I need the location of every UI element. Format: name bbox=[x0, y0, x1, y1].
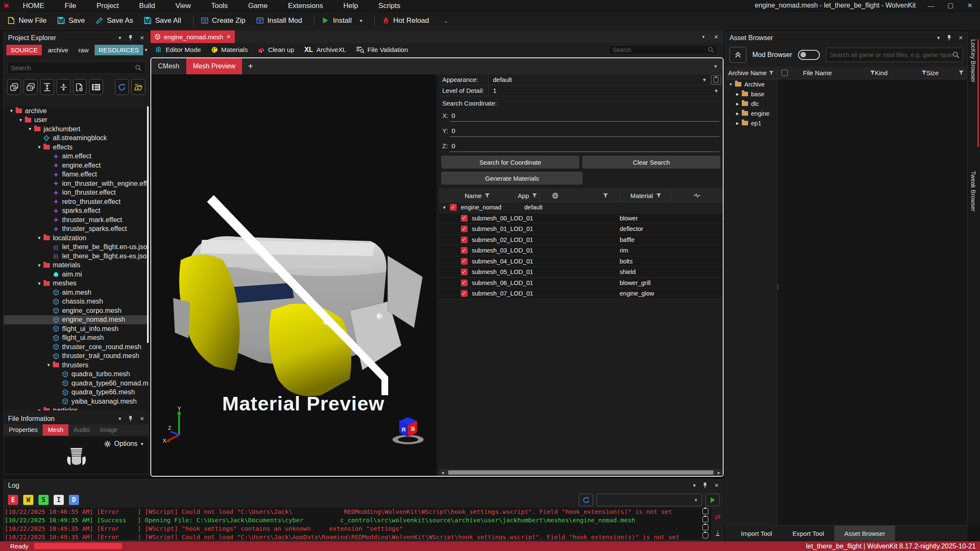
project-explorer-search[interactable] bbox=[7, 61, 145, 74]
coordinate-z-field[interactable]: Z:0 bbox=[439, 138, 723, 153]
minimize-button[interactable]: — bbox=[927, 2, 935, 9]
tree-item-thrusters[interactable]: ▼thrusters bbox=[4, 361, 149, 370]
checkbox-checked[interactable] bbox=[461, 225, 468, 232]
close-window-button[interactable]: ✕ bbox=[966, 2, 974, 9]
file-info-tab-image[interactable]: Image bbox=[95, 424, 122, 436]
expander-icon[interactable]: ▶ bbox=[734, 111, 741, 116]
copy-log-entry-icon[interactable] bbox=[702, 508, 708, 514]
search-input[interactable] bbox=[11, 64, 135, 71]
filter-icon[interactable] bbox=[870, 71, 875, 75]
panel-menu-icon[interactable]: ▾ bbox=[937, 35, 940, 41]
open-folder-button[interactable] bbox=[131, 79, 145, 95]
material-row-submesh_00_LOD_01[interactable]: submesh_00_LOD_01blower bbox=[439, 213, 723, 224]
asset-browser-search[interactable] bbox=[826, 48, 963, 62]
name-column-header[interactable]: Name bbox=[465, 192, 482, 199]
mesh-tab-cmesh[interactable]: CMesh bbox=[151, 58, 186, 74]
rotation-cube-gizmo[interactable]: R B bbox=[390, 415, 426, 445]
pin-icon[interactable] bbox=[128, 415, 133, 422]
file-info-tab-properties[interactable]: Properties bbox=[4, 424, 43, 436]
file-name-column-header[interactable]: File Name bbox=[803, 69, 832, 76]
archive-tree-item-engine[interactable]: ▶engine bbox=[726, 109, 777, 118]
tree-item-retro_thruster-effect[interactable]: retro_thruster.effect bbox=[4, 197, 149, 206]
chevron-down-icon[interactable]: ▾ bbox=[360, 18, 362, 24]
log-filter-e-badge[interactable]: E bbox=[8, 495, 18, 505]
tab-tweak-browser[interactable]: Tweak Browser bbox=[970, 171, 977, 255]
source-tab-archive[interactable]: archive bbox=[44, 45, 72, 55]
shader-column-icon[interactable] bbox=[694, 193, 700, 198]
checkbox-checked[interactable] bbox=[461, 290, 468, 297]
chevron-down-icon[interactable]: ▾ bbox=[714, 63, 717, 69]
filter-icon[interactable] bbox=[959, 71, 964, 75]
tree-item-aim-mi[interactable]: aim.mi bbox=[4, 270, 149, 279]
expander-icon[interactable]: ▼ bbox=[8, 109, 15, 113]
tree-item-chassis-mesh[interactable]: chassis.mesh bbox=[4, 297, 149, 307]
archive-tree-item-Archive[interactable]: ▼Archive bbox=[726, 79, 777, 89]
tool-tab-asset-browser[interactable]: Asset Browser bbox=[834, 526, 896, 541]
tree-item-thruster_sparks-effect[interactable]: thruster_sparks.effect bbox=[4, 225, 149, 234]
coordinate-y-field[interactable]: Y:0 bbox=[439, 123, 723, 138]
close-tab-icon[interactable]: ✕ bbox=[226, 34, 231, 40]
checkbox-checked[interactable] bbox=[461, 215, 468, 222]
expander-icon[interactable]: ▼ bbox=[36, 236, 43, 240]
horizontal-scrollbar[interactable]: ◄ ► bbox=[439, 469, 723, 476]
tree-item-thruster_core_round-mesh[interactable]: thruster_core_round.mesh bbox=[4, 342, 149, 352]
mod-browser-toggle[interactable] bbox=[798, 50, 820, 60]
menu-help[interactable]: Help bbox=[333, 0, 368, 11]
tree-item-sparks-effect[interactable]: sparks.effect bbox=[4, 206, 149, 216]
tree-item-engine_nomad-mesh[interactable]: engine_nomad.mesh bbox=[4, 315, 149, 325]
material-row-submesh_04_LOD_01[interactable]: submesh_04_LOD_01bolts bbox=[439, 256, 723, 267]
toolbar-install[interactable]: Install▾ bbox=[322, 16, 362, 25]
select-all-checkbox[interactable] bbox=[781, 70, 788, 76]
filter-icon[interactable] bbox=[532, 193, 537, 198]
globe-icon[interactable] bbox=[552, 193, 558, 199]
chevron-down-icon[interactable]: ▾ bbox=[145, 47, 147, 53]
tab-list-chevron-icon[interactable]: ▾ bbox=[702, 34, 705, 40]
tree-item-particles[interactable]: ▼particles bbox=[4, 406, 149, 411]
toolbar-install-mod[interactable]: Install Mod bbox=[256, 16, 302, 25]
kind-column-header[interactable]: Kind bbox=[875, 69, 887, 76]
checkbox-checked[interactable] bbox=[461, 280, 468, 286]
checkbox-checked[interactable] bbox=[461, 247, 468, 254]
refresh-button[interactable] bbox=[115, 79, 129, 95]
toolbar-hot-reload[interactable]: Hot Reload bbox=[382, 16, 429, 25]
menu-project[interactable]: Project bbox=[86, 0, 129, 11]
archive-tree-item-base[interactable]: ▶base bbox=[726, 89, 777, 99]
search-for-coordinate-button[interactable]: Search for Coordinate bbox=[441, 156, 579, 168]
expander-icon[interactable]: ▶ bbox=[734, 102, 741, 106]
appearance-select[interactable]: default ▼ bbox=[489, 76, 711, 83]
expander-icon[interactable]: ▼ bbox=[439, 205, 450, 210]
panel-menu-icon[interactable]: ▾ bbox=[693, 482, 696, 489]
menu-home[interactable]: HOME bbox=[13, 0, 54, 11]
toolbar-save[interactable]: Save bbox=[57, 16, 85, 25]
tree-item-quadra_type66-mesh[interactable]: quadra_type66.mesh bbox=[4, 388, 149, 397]
toolbar-new-file[interactable]: New File bbox=[8, 16, 46, 25]
tree-item-ion_thruster-effect[interactable]: ion_thruster.effect bbox=[4, 188, 149, 198]
file-info-tab-audio[interactable]: Audio bbox=[68, 424, 95, 436]
list-view-button[interactable] bbox=[89, 79, 103, 95]
log-filter-combobox[interactable]: ▼ bbox=[596, 494, 702, 506]
search-input[interactable] bbox=[612, 46, 708, 53]
expander-icon[interactable]: ▼ bbox=[27, 127, 33, 131]
archive-name-column-header[interactable]: Archive Name bbox=[728, 70, 767, 76]
toolbar-save-all[interactable]: Save All bbox=[144, 16, 181, 25]
lod-select[interactable]: 1 ▼ bbox=[489, 87, 723, 94]
material-row-submesh_03_LOD_01[interactable]: submesh_03_LOD_01rim bbox=[439, 245, 723, 256]
add-tab-button[interactable]: + bbox=[242, 58, 259, 74]
source-tab-source[interactable]: SOURCE bbox=[6, 45, 42, 55]
search-input[interactable] bbox=[830, 52, 953, 58]
tree-item-engine-effect[interactable]: engine.effect bbox=[4, 161, 149, 170]
mesh-tab-mesh-preview[interactable]: Mesh Preview bbox=[186, 58, 242, 74]
auto-scroll-icon[interactable]: ⇄ bbox=[715, 513, 721, 521]
options-dropdown[interactable]: Options ▾ bbox=[104, 440, 143, 448]
copy-log-entry-icon[interactable] bbox=[702, 516, 708, 522]
close-panel-icon[interactable]: ✕ bbox=[714, 482, 719, 489]
material-row-root[interactable]: ▼engine_nomaddefault bbox=[439, 202, 723, 213]
expand-children-button[interactable] bbox=[40, 79, 54, 95]
expander-icon[interactable]: ▼ bbox=[727, 82, 734, 87]
preview-viewport[interactable]: Material Preview Y X Z R B bbox=[151, 74, 436, 476]
tree-item-effects[interactable]: ▼effects bbox=[4, 143, 149, 152]
toolbar-create-zip[interactable]: Create Zip bbox=[201, 16, 245, 25]
tree-item-let_there_be_flight-es-es-json[interactable]: {i}let_there_be_flight.es-es.json bbox=[4, 252, 149, 261]
close-panel-icon[interactable]: ✕ bbox=[140, 415, 144, 422]
appearance-column-header[interactable]: App bbox=[518, 192, 529, 199]
